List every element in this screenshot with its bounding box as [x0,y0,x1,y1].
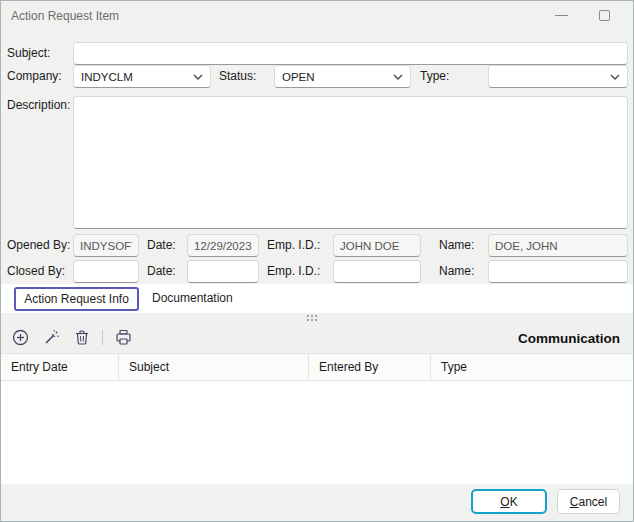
cancel-button[interactable]: Cancel [557,489,620,514]
status-label: Status: [219,65,256,87]
company-value: INDYCLM [81,71,133,83]
closed-date-input[interactable] [187,260,259,283]
closed-name-input[interactable] [488,260,628,283]
print-button[interactable] [112,326,134,348]
maximize-button[interactable] [585,1,625,31]
type-dropdown[interactable] [488,65,628,88]
closed-name-label: Name: [439,260,474,282]
add-icon [12,329,29,346]
delete-entry-button[interactable] [71,326,93,348]
minimize-button[interactable] [541,1,581,31]
subject-input[interactable] [73,42,628,65]
column-header-entry-date[interactable]: Entry Date [1,354,119,380]
chevron-down-icon [193,73,203,81]
toolbar-separator [102,330,103,345]
opened-by-label: Opened By: [7,234,70,256]
closed-by-input[interactable] [73,260,139,283]
opened-date-label: Date: [147,234,176,256]
company-dropdown[interactable]: INDYCLM [73,65,211,88]
closed-emp-id-label: Emp. I.D.: [267,260,320,282]
communication-toolbar [9,326,134,348]
opened-name-label: Name: [439,234,474,256]
footer-bar: OK Cancel [1,484,633,522]
tab-strip: Action Request Info Documentation [1,284,633,313]
edit-wand-icon [43,329,60,346]
communication-panel-header: Communication [1,313,633,353]
opened-date-input[interactable] [187,234,259,257]
action-request-item-window: Action Request Item Subject: Company: IN… [0,0,634,522]
column-header-type[interactable]: Type [431,354,633,380]
closed-emp-id-input[interactable] [333,260,421,283]
trash-icon [74,329,90,346]
description-textarea[interactable] [73,96,628,229]
tab-action-request-info[interactable]: Action Request Info [14,287,139,311]
opened-emp-id-input[interactable] [333,234,421,257]
description-label: Description: [7,94,70,116]
titlebar: Action Request Item [1,1,633,31]
tab-documentation[interactable]: Documentation [146,287,239,311]
table-header: Entry Date Subject Entered By Type [1,353,633,381]
column-header-entered-by[interactable]: Entered By [309,354,431,380]
section-title-communication: Communication [518,331,620,346]
edit-entry-button[interactable] [40,326,62,348]
minimize-icon [555,15,568,16]
type-label: Type: [420,65,449,87]
closed-date-label: Date: [147,260,176,282]
maximize-icon [599,10,610,21]
chevron-down-icon [610,73,620,81]
table-body-empty [1,381,633,484]
splitter-handle[interactable] [307,315,327,323]
closed-by-label: Closed By: [7,260,65,282]
status-dropdown[interactable]: OPEN [274,65,411,88]
printer-icon [115,329,132,346]
opened-emp-id-label: Emp. I.D.: [267,234,320,256]
window-title: Action Request Item [11,9,119,23]
opened-name-input[interactable] [488,234,628,257]
ok-button[interactable]: OK [471,489,547,514]
add-entry-button[interactable] [9,326,31,348]
subject-label: Subject: [7,42,50,64]
company-label: Company: [7,65,62,87]
status-value: OPEN [282,71,315,83]
column-header-subject[interactable]: Subject [119,354,309,380]
chevron-down-icon [393,73,403,81]
opened-by-input[interactable] [73,234,139,257]
